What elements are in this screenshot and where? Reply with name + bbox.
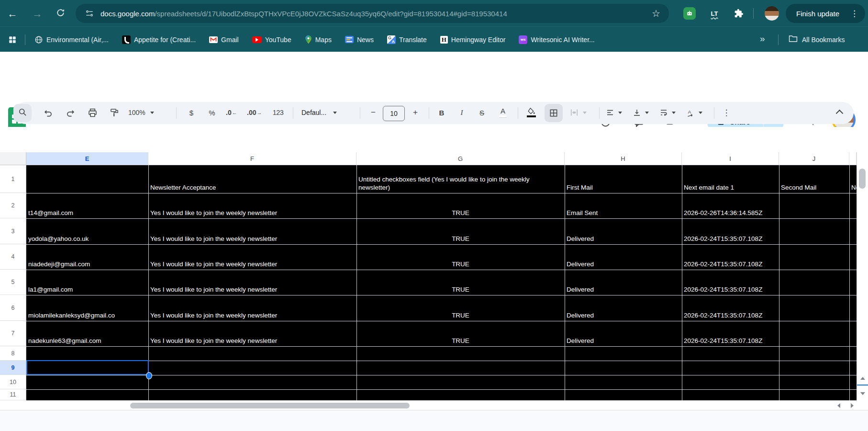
cell-H6[interactable]: Delivered [565, 295, 682, 321]
back-button[interactable]: ← [6, 8, 19, 19]
row-header-5[interactable]: 5 [0, 270, 26, 295]
cell-H5[interactable]: Delivered [565, 270, 682, 295]
active-cell-selection[interactable] [26, 360, 149, 375]
cell-H4[interactable]: Delivered [565, 244, 682, 270]
italic-button[interactable]: I [456, 106, 468, 119]
cell-G7[interactable]: TRUE [356, 321, 565, 346]
cell-G2[interactable]: TRUE [356, 193, 565, 218]
cell-G3[interactable]: TRUE [356, 218, 565, 244]
format-currency-button[interactable]: $ [186, 106, 197, 119]
address-bar[interactable]: docs.google.com/spreadsheets/d/17UibodlZ… [76, 4, 669, 23]
undo-button[interactable] [42, 107, 55, 119]
cell-I7[interactable]: 2026-02-24T15:35:07.108Z [682, 321, 779, 346]
cell-E2[interactable]: t14@gmail.com [26, 193, 148, 218]
horizontal-align-button[interactable] [606, 106, 622, 119]
column-header-I[interactable]: I [682, 152, 779, 165]
cell-J1[interactable]: Second Mail [779, 165, 849, 193]
strikethrough-button[interactable]: S [476, 106, 488, 119]
site-info-icon[interactable] [85, 9, 94, 18]
tab-groups-icon[interactable] [7, 34, 18, 45]
all-bookmarks-button[interactable]: All Bookmarks [789, 27, 845, 52]
cell-I1[interactable]: Next email date 1 [682, 165, 779, 193]
borders-button[interactable] [545, 104, 563, 122]
select-all-corner[interactable] [0, 152, 26, 165]
cell-F5[interactable]: Yes I would like to join the weekly news… [148, 270, 356, 295]
cell-F6[interactable]: Yes I would like to join the weekly news… [148, 295, 356, 321]
row-header-7[interactable]: 7 [0, 321, 26, 346]
bookmark-item[interactable]: HHemingway Editor [440, 36, 506, 44]
row-header-1[interactable]: 1 [0, 165, 26, 193]
bookmark-item[interactable]: Environmental (Air,... [34, 35, 109, 44]
increase-decimal-button[interactable]: .00→ [247, 106, 262, 119]
cell-E7[interactable]: nadekunle63@gmail.com [26, 321, 148, 346]
cell-I5[interactable]: 2026-02-24T15:35:07.108Z [682, 270, 779, 295]
increase-font-size-button[interactable]: + [410, 106, 421, 119]
bookmarks-overflow-icon[interactable]: » [760, 34, 765, 43]
cell-E3[interactable]: yodola@yahoo.co.uk [26, 218, 148, 244]
cell-I6[interactable]: 2026-02-24T15:35:07.108Z [682, 295, 779, 321]
row-header-10[interactable]: 10 [0, 375, 26, 389]
cell-H7[interactable]: Delivered [565, 321, 682, 346]
row-header-8[interactable]: 8 [0, 346, 26, 361]
cell-F2[interactable]: Yes I would like to join the weekly news… [148, 193, 356, 218]
cell-I3[interactable]: 2026-02-24T15:35:07.108Z [682, 218, 779, 244]
fill-color-button[interactable] [524, 105, 538, 119]
cell-E5[interactable]: la1@gmail.com [26, 270, 148, 295]
more-toolbar-button[interactable]: ⋮ [721, 106, 732, 119]
scroll-down-button[interactable] [857, 390, 868, 397]
font-family-control[interactable]: Defaul... [301, 106, 337, 119]
vertical-scrollbar[interactable] [857, 152, 868, 401]
row-header-2[interactable]: 2 [0, 193, 26, 218]
cell-G4[interactable]: TRUE [356, 244, 565, 270]
text-rotation-button[interactable]: A [686, 106, 702, 119]
vertical-align-button[interactable] [633, 106, 649, 119]
scroll-left-button[interactable] [835, 402, 843, 409]
print-button[interactable] [86, 106, 99, 119]
more-menu-icon[interactable]: ⋮ [850, 9, 865, 19]
extension-languagetool-icon[interactable]: LT [707, 7, 722, 20]
scroll-right-button[interactable] [848, 402, 857, 409]
decrease-font-size-button[interactable]: − [367, 106, 379, 119]
text-wrap-button[interactable] [659, 106, 676, 119]
cell-E6[interactable]: miolamilekanleksyd@gmail.co [26, 295, 148, 321]
bookmark-item[interactable]: GATranslate [387, 35, 427, 44]
cell-F3[interactable]: Yes I would like to join the weekly news… [148, 218, 356, 244]
column-header-F[interactable]: F [148, 152, 356, 165]
finish-update-button[interactable]: Finish update ⋮ [786, 4, 865, 23]
cell-F4[interactable]: Yes I would like to join the weekly news… [148, 244, 356, 270]
column-header-E[interactable]: E [26, 152, 148, 165]
scroll-up-button[interactable] [857, 374, 868, 382]
cell-H1[interactable]: First Mail [565, 165, 682, 193]
cell-F1[interactable]: Newsletter Acceptance [148, 165, 356, 193]
decrease-decimal-button[interactable]: .0← [226, 106, 237, 119]
url-text[interactable]: docs.google.com/spreadsheets/d/17UibodlZ… [100, 10, 647, 18]
cell-G5[interactable]: TRUE [356, 270, 565, 295]
row-header-9[interactable]: 9 [0, 361, 26, 375]
bookmark-item[interactable]: wsWritesonic AI Writer... [519, 35, 594, 44]
hide-menus-button[interactable] [834, 108, 845, 118]
row-header-6[interactable]: 6 [0, 295, 26, 321]
bookmark-item[interactable]: Appetite for (Creati... [122, 35, 196, 44]
column-header-partial[interactable] [849, 152, 857, 165]
extensions-puzzle-icon[interactable] [733, 8, 745, 19]
cell-G1[interactable]: Untitled checkboxes field (Yes I would l… [356, 165, 565, 193]
text-color-button[interactable]: A [497, 105, 509, 119]
cell-H2[interactable]: Email Sent [565, 193, 682, 218]
font-size-input[interactable]: 10 [383, 106, 405, 121]
cell-G6[interactable]: TRUE [356, 295, 565, 321]
cell-E4[interactable]: niadedeji@gmail.com [26, 244, 148, 270]
extension-robot-icon[interactable] [683, 7, 696, 20]
browser-profile-avatar[interactable] [765, 6, 779, 21]
cell-F7[interactable]: Yes I would like to join the weekly news… [148, 321, 356, 346]
column-header-J[interactable]: J [779, 152, 849, 165]
more-formats-button[interactable]: 123 [271, 106, 285, 119]
merge-cells-button[interactable] [569, 106, 587, 119]
cell-H3[interactable]: Delivered [565, 218, 682, 244]
column-header-H[interactable]: H [565, 152, 682, 165]
zoom-control[interactable]: 100% [128, 106, 154, 119]
column-header-G[interactable]: G [356, 152, 565, 165]
bookmark-item[interactable]: YouTube [252, 36, 291, 44]
cell-I4[interactable]: 2026-02-24T15:35:07.108Z [682, 244, 779, 270]
format-percent-button[interactable]: % [206, 106, 218, 119]
fill-handle[interactable] [146, 372, 152, 379]
